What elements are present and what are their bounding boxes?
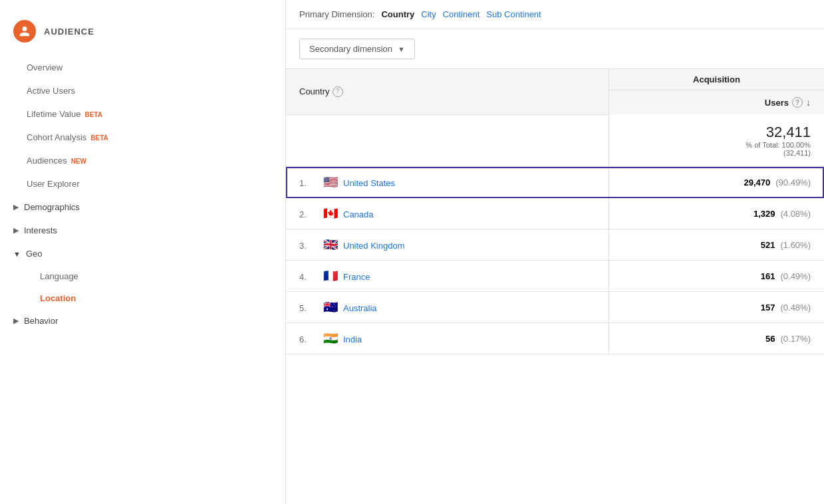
primary-dimension-bar: Primary Dimension: Country City Continen…: [286, 0, 824, 29]
table-row: 2.🇨🇦Canada1,329(4.08%): [286, 198, 824, 229]
primary-dim-active: Country: [381, 9, 414, 19]
country-cell: 1.🇺🇸United States: [286, 167, 609, 198]
users-column-header: Users ? ↓: [609, 90, 824, 115]
country-link[interactable]: Canada: [343, 209, 374, 219]
country-flag: 🇫🇷: [323, 269, 338, 283]
sidebar-item-interests[interactable]: ▶ Interests: [0, 219, 285, 242]
row-number: 4.: [299, 272, 318, 282]
users-cell: 157(0.48%): [609, 292, 824, 323]
users-help-icon[interactable]: ?: [792, 97, 803, 108]
sidebar-item-behavior[interactable]: ▶ Behavior: [0, 309, 285, 332]
country-link[interactable]: France: [343, 272, 370, 282]
chevron-right-icon: ▶: [13, 226, 19, 235]
sidebar-item-active-users[interactable]: Active Users: [0, 79, 285, 102]
row-number: 3.: [299, 241, 318, 251]
users-cell: 1,329(4.08%): [609, 198, 824, 229]
table-row: 6.🇮🇳India56(0.17%): [286, 323, 824, 354]
country-cell: 2.🇨🇦Canada: [286, 198, 609, 229]
users-number: 161: [761, 271, 775, 281]
sidebar-nav: Overview Active Users Lifetime ValueBETA…: [0, 56, 285, 332]
users-number: 157: [761, 303, 775, 313]
country-cell: 3.🇬🇧United Kingdom: [286, 229, 609, 261]
sidebar-item-overview[interactable]: Overview: [0, 56, 285, 79]
sidebar-item-cohort-analysis[interactable]: Cohort AnalysisBETA: [0, 126, 285, 149]
country-cell: 4.🇫🇷France: [286, 261, 609, 292]
users-percentage: (1.60%): [780, 240, 811, 250]
row-number: 2.: [299, 209, 318, 219]
primary-dim-subcontinent-link[interactable]: Sub Continent: [486, 9, 541, 19]
sidebar-header: AUDIENCE: [0, 13, 285, 56]
users-percentage: (4.08%): [780, 209, 811, 219]
country-flag: 🇦🇺: [323, 301, 338, 314]
new-badge-audiences: NEW: [71, 158, 86, 165]
country-cell: 6.🇮🇳India: [286, 323, 609, 354]
users-percentage: (0.17%): [780, 334, 811, 344]
users-cell: 161(0.49%): [609, 261, 824, 292]
totals-paren: (32,411): [622, 149, 811, 157]
table-row: 1.🇺🇸United States29,470(90.49%): [286, 167, 824, 198]
user-icon: [13, 20, 36, 43]
sidebar-item-language[interactable]: Language: [27, 265, 285, 287]
beta-badge-cohort: BETA: [90, 134, 108, 142]
sidebar-item-location[interactable]: Location: [27, 287, 285, 309]
sidebar-item-geo[interactable]: ▼ Geo: [0, 242, 285, 265]
users-percentage: (90.49%): [775, 178, 811, 188]
country-flag: 🇨🇦: [323, 207, 338, 220]
acquisition-group-header: Acquisition: [609, 69, 824, 90]
totals-values-cell: 32,411 % of Total: 100.00% (32,411): [609, 114, 824, 167]
users-cell: 29,470(90.49%): [609, 167, 824, 198]
data-table: Country ? Acquisition Users ? ↓: [286, 69, 824, 167]
chevron-right-icon: ▶: [13, 203, 19, 211]
data-rows-table: 1.🇺🇸United States29,470(90.49%)2.🇨🇦Canad…: [286, 167, 824, 354]
primary-dim-continent-link[interactable]: Continent: [443, 9, 480, 19]
totals-label-cell: [286, 114, 609, 167]
table-row: 5.🇦🇺Australia157(0.48%): [286, 292, 824, 323]
country-cell: 5.🇦🇺Australia: [286, 292, 609, 323]
secondary-dim-label: Secondary dimension: [309, 44, 392, 54]
data-table-container: Country ? Acquisition Users ? ↓: [286, 69, 824, 504]
primary-dim-label: Primary Dimension:: [299, 9, 374, 19]
row-number: 5.: [299, 303, 318, 313]
country-flag: 🇬🇧: [323, 238, 338, 251]
sidebar-item-audiences[interactable]: AudiencesNEW: [0, 149, 285, 172]
users-number: 56: [765, 334, 775, 344]
country-link[interactable]: India: [343, 334, 362, 344]
country-link[interactable]: Australia: [343, 303, 377, 313]
geo-subnav: Language Location: [0, 265, 285, 309]
users-cell: 521(1.60%): [609, 229, 824, 261]
sort-arrow-icon[interactable]: ↓: [806, 97, 811, 108]
table-row: 3.🇬🇧United Kingdom521(1.60%): [286, 229, 824, 261]
totals-pct: % of Total: 100.00%: [622, 141, 811, 149]
country-column-header: Country ?: [286, 69, 609, 114]
totals-number: 32,411: [622, 124, 811, 141]
chevron-down-icon: ▼: [13, 250, 21, 258]
users-number: 521: [761, 240, 775, 250]
row-number: 6.: [299, 334, 318, 344]
primary-dim-city-link[interactable]: City: [421, 9, 436, 19]
users-number: 1,329: [754, 209, 775, 219]
country-flag: 🇺🇸: [323, 176, 338, 189]
table-header-row: Country ? Acquisition: [286, 69, 824, 90]
country-link[interactable]: United States: [343, 178, 395, 188]
sidebar-item-demographics[interactable]: ▶ Demographics: [0, 195, 285, 219]
secondary-dimension-bar: Secondary dimension ▼: [286, 29, 824, 69]
country-help-icon[interactable]: ?: [333, 86, 343, 97]
chevron-down-icon: ▼: [398, 45, 405, 53]
country-flag: 🇮🇳: [323, 332, 338, 345]
sidebar-item-user-explorer[interactable]: User Explorer: [0, 172, 285, 195]
main-content: Primary Dimension: Country City Continen…: [286, 0, 824, 504]
users-cell: 56(0.17%): [609, 323, 824, 354]
users-percentage: (0.48%): [780, 303, 811, 313]
country-link[interactable]: United Kingdom: [343, 241, 405, 251]
secondary-dimension-dropdown[interactable]: Secondary dimension ▼: [299, 39, 415, 59]
totals-row: 32,411 % of Total: 100.00% (32,411): [286, 114, 824, 167]
sidebar-item-lifetime-value[interactable]: Lifetime ValueBETA: [0, 102, 285, 126]
users-percentage: (0.49%): [780, 271, 811, 281]
sidebar-title: AUDIENCE: [44, 27, 94, 37]
users-number: 29,470: [744, 178, 770, 188]
sidebar: AUDIENCE Overview Active Users Lifetime …: [0, 0, 286, 504]
row-number: 1.: [299, 178, 318, 188]
chevron-right-icon: ▶: [13, 316, 19, 325]
table-row: 4.🇫🇷France161(0.49%): [286, 261, 824, 292]
beta-badge-lifetime: BETA: [84, 111, 102, 118]
